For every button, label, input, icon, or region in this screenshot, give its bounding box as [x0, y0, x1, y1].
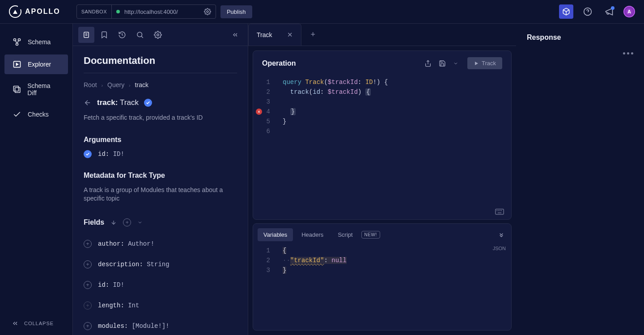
field-row: +modules: [Module!]!	[84, 322, 237, 330]
field-name: length:	[98, 302, 128, 309]
variables-panel: Variables Headers Script NEW! 1{ 2··"tra…	[253, 223, 512, 331]
share-icon[interactable]	[424, 60, 433, 67]
collapse-sidebar-button[interactable]: COLLAPSE	[0, 320, 72, 327]
nav-sidebar: Schema Explorer Schema Diff Checks COLLA…	[0, 24, 73, 335]
save-menu-chevron-icon[interactable]	[453, 61, 462, 66]
docs-tool-search-icon[interactable]	[132, 27, 148, 43]
arg-type[interactable]: ID!	[113, 151, 124, 158]
svg-point-24	[500, 210, 500, 211]
sort-arrow-icon[interactable]	[110, 219, 117, 226]
field-type[interactable]: Int	[128, 302, 139, 309]
settings-gear-icon[interactable]	[204, 8, 211, 15]
add-field-icon[interactable]: +	[84, 240, 92, 248]
sidebar-item-schema[interactable]: Schema	[4, 32, 68, 52]
operation-tab[interactable]: Track ✕	[248, 24, 301, 46]
response-title: Response	[527, 34, 561, 42]
logo-icon	[9, 5, 21, 18]
field-name: track:	[97, 98, 118, 107]
return-type[interactable]: Track	[120, 98, 139, 107]
graph-icon	[13, 38, 21, 46]
arguments-heading: Arguments	[84, 136, 237, 144]
svg-rect-9	[13, 86, 18, 91]
field-row: +description: String	[84, 260, 237, 268]
error-gutter-icon[interactable]: ✕	[256, 109, 262, 115]
svg-marker-8	[16, 63, 18, 66]
run-button-label: Track	[482, 60, 496, 67]
sandbox-mode-icon[interactable]	[559, 4, 573, 19]
breadcrumb-root[interactable]: Root	[84, 81, 97, 88]
fields-heading: Fields	[84, 218, 104, 226]
svg-point-22	[497, 210, 497, 211]
middle-column: Track ✕ + Operation Track 1query Track($…	[248, 24, 516, 335]
svg-point-16	[157, 34, 159, 36]
field-type[interactable]: [Module!]!	[132, 322, 169, 330]
selected-badge-icon	[144, 99, 152, 107]
new-tab-button[interactable]: +	[301, 24, 324, 46]
tab-variables[interactable]: Variables	[258, 228, 293, 241]
field-row: +author: Author!	[84, 240, 237, 248]
chevrons-left-icon	[12, 320, 19, 327]
response-panel: Response	[516, 24, 644, 335]
save-icon[interactable]	[439, 60, 448, 67]
docs-tool-reference[interactable]	[78, 27, 94, 43]
sidebar-item-explorer[interactable]: Explorer	[4, 54, 68, 74]
field-name: id:	[98, 281, 113, 289]
breadcrumb: Root › Query › track	[84, 81, 237, 88]
sidebar-item-label: Schema	[28, 38, 51, 46]
field-name: author:	[98, 240, 128, 247]
operation-tabs: Track ✕ +	[248, 24, 516, 46]
tab-headers[interactable]: Headers	[296, 228, 329, 241]
back-arrow-icon[interactable]	[84, 99, 92, 107]
collapse-docs-icon[interactable]	[228, 28, 242, 42]
response-more-icon[interactable]	[527, 52, 633, 54]
collapse-vars-icon[interactable]	[498, 231, 507, 239]
argument-selected-icon[interactable]	[84, 150, 92, 158]
user-avatar[interactable]: A	[623, 6, 635, 17]
svg-marker-20	[475, 62, 478, 65]
close-tab-icon[interactable]: ✕	[287, 31, 293, 39]
svg-line-15	[141, 36, 143, 38]
docs-tool-bookmark-icon[interactable]	[96, 27, 112, 43]
add-field-icon[interactable]: +	[84, 322, 92, 330]
add-field-icon[interactable]: +	[84, 260, 92, 268]
environment-selector[interactable]: SANDBOX http://localhost:4000/	[76, 4, 216, 19]
main-area: Track ✕ + Operation Track 1query Track($…	[248, 24, 644, 335]
check-icon	[13, 110, 21, 119]
new-badge: NEW!	[361, 231, 380, 239]
env-url-bar: http://localhost:4000/	[112, 8, 216, 15]
docs-tool-history-icon[interactable]	[114, 27, 130, 43]
fields-header: Fields +	[84, 218, 237, 226]
publish-button[interactable]: Publish	[220, 5, 252, 18]
breadcrumb-query[interactable]: Query	[107, 81, 124, 88]
add-field-icon[interactable]: +	[84, 302, 92, 310]
play-square-icon	[13, 60, 21, 69]
variables-editor[interactable]: 1{ 2··"trackId": null 3}	[253, 246, 493, 280]
tab-script[interactable]: Script	[332, 228, 358, 241]
svg-rect-10	[15, 88, 20, 92]
field-type[interactable]: Author!	[128, 240, 154, 247]
docs-toolbar	[73, 24, 248, 46]
status-dot-icon	[116, 10, 120, 13]
sidebar-item-label: Explorer	[28, 61, 51, 68]
add-all-fields-icon[interactable]: +	[123, 218, 131, 226]
operation-editor[interactable]: 1query Track($trackId: ID!) { 2 track(id…	[253, 75, 511, 209]
env-label: SANDBOX	[77, 5, 112, 18]
collapse-label: COLLAPSE	[24, 321, 54, 326]
sidebar-item-schema-diff[interactable]: Schema Diff	[4, 77, 68, 102]
docs-tool-settings-icon[interactable]	[150, 27, 166, 43]
svg-point-0	[207, 11, 208, 13]
field-type[interactable]: ID!	[113, 281, 124, 289]
type-signature: track: Track	[97, 98, 139, 107]
sidebar-item-label: Checks	[28, 111, 49, 118]
add-field-icon[interactable]: +	[84, 281, 92, 289]
operation-panel: Operation Track 1query Track($trackId: I…	[253, 50, 512, 220]
field-type[interactable]: String	[147, 261, 169, 268]
run-operation-button[interactable]: Track	[467, 57, 502, 69]
field-row: +id: ID!	[84, 281, 237, 289]
announcement-icon[interactable]	[602, 4, 616, 19]
sidebar-item-checks[interactable]: Checks	[4, 105, 68, 124]
operation-title: Operation	[262, 59, 296, 67]
keyboard-shortcuts-icon[interactable]	[495, 209, 504, 215]
help-icon[interactable]	[580, 4, 595, 19]
fields-menu-chevron-icon[interactable]	[137, 220, 143, 225]
